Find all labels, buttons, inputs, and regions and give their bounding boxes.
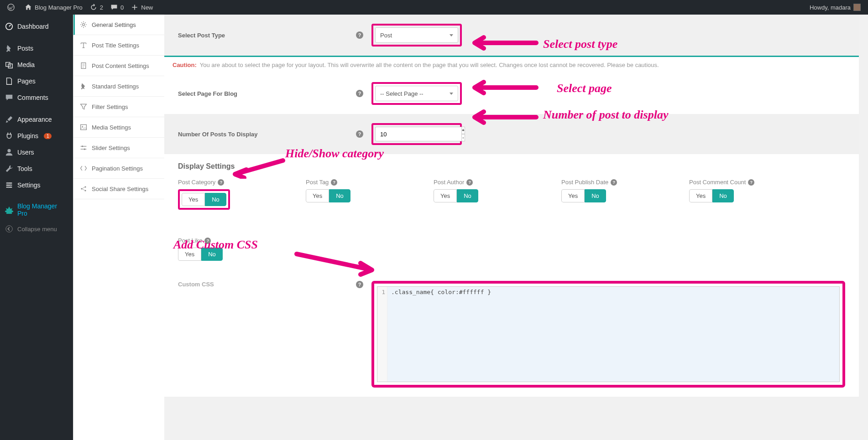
svg-point-15 <box>84 186 86 187</box>
toggle-yes[interactable]: Yes <box>306 189 329 202</box>
highlight-custom-css: 1 .class_name{ color:#ffffff } <box>371 281 845 388</box>
toggle-comment-count: YesNo <box>689 189 734 202</box>
toggle-no[interactable]: No <box>329 189 350 202</box>
comments-count: 0 <box>120 4 124 11</box>
sidebar-item-media[interactable]: Media <box>0 57 73 73</box>
sidebar-item-blogmanager[interactable]: Blog Manager Pro <box>0 199 73 221</box>
help-icon[interactable]: ? <box>356 281 363 288</box>
toggle-yes[interactable]: Yes <box>689 189 712 202</box>
toggle-no[interactable]: No <box>457 189 478 202</box>
tab-post-title[interactable]: Post Title Settings <box>73 35 164 56</box>
tab-pagination[interactable]: Pagination Settings <box>73 158 164 179</box>
title-icon <box>80 41 87 49</box>
tab-label: Slider Settings <box>92 145 130 151</box>
select-value: Post <box>380 32 392 39</box>
help-icon[interactable]: ? <box>466 179 473 186</box>
sidebar-item-plugins[interactable]: Plugins1 <box>0 128 73 144</box>
wrench-icon <box>5 164 14 173</box>
anno-select-page: Select page <box>557 82 612 95</box>
help-icon[interactable]: ? <box>356 90 363 97</box>
wp-admin-sidebar: Dashboard Posts Media Pages Comments App… <box>0 15 73 440</box>
cell-post-tag: Post Tag? YesNo <box>306 179 434 210</box>
help-icon[interactable]: ? <box>356 31 363 39</box>
tab-post-content[interactable]: Post Content Settings <box>73 56 164 76</box>
svg-point-14 <box>81 188 82 189</box>
select-page-for-blog[interactable]: -- Select Page -- <box>375 86 458 101</box>
collapse-menu[interactable]: Collapse menu <box>0 221 73 237</box>
help-icon[interactable]: ? <box>356 130 363 138</box>
highlight-num-posts: + - <box>371 123 462 145</box>
svg-point-7 <box>6 226 12 232</box>
sidebar-item-appearance[interactable]: Appearance <box>0 111 73 128</box>
sidebar-label: Users <box>17 149 34 156</box>
home-icon <box>25 4 32 11</box>
tab-social[interactable]: Social Share Settings <box>73 179 164 199</box>
highlight-select-page: -- Select Page -- <box>371 82 462 105</box>
site-title: Blog Manager Pro <box>35 4 83 11</box>
toggle-post-category: Yes No <box>182 193 226 206</box>
arrow-icon <box>292 249 379 277</box>
sidebar-item-tools[interactable]: Tools <box>0 160 73 177</box>
tab-media[interactable]: Media Settings <box>73 117 164 138</box>
help-icon[interactable]: ? <box>218 179 224 186</box>
toggle-no[interactable]: No <box>585 189 606 202</box>
help-icon[interactable]: ? <box>748 179 754 186</box>
toggle-post-tag: YesNo <box>306 189 350 202</box>
tab-label: General Settings <box>92 21 136 28</box>
svg-point-3 <box>7 149 10 152</box>
toggle-no[interactable]: No <box>712 189 734 202</box>
num-posts-input[interactable] <box>375 127 461 141</box>
label-num-posts: Number Of Posts To Display <box>178 131 356 138</box>
account-link[interactable]: Howdy, madara <box>806 0 864 15</box>
comments-link[interactable]: 0 <box>107 0 127 15</box>
wp-logo[interactable] <box>4 0 21 15</box>
anno-category: Hide/Show category <box>285 147 384 160</box>
anno-post-type: Select post type <box>543 37 617 51</box>
sidebar-label: Appearance <box>17 116 52 123</box>
svg-point-5 <box>10 184 12 186</box>
image-icon <box>80 124 87 131</box>
code-gutter: 1 <box>377 287 387 382</box>
sidebar-label: Dashboard <box>17 23 49 30</box>
toggle-yes[interactable]: Yes <box>561 189 585 202</box>
tab-slider[interactable]: Slider Settings <box>73 138 164 158</box>
cell-post-category: Post Category? Yes No <box>178 179 306 210</box>
admin-bar: Blog Manager Pro 2 0 New Howdy, madara <box>0 0 868 15</box>
spin-down-button[interactable]: - <box>461 134 465 141</box>
svg-point-2 <box>10 65 11 67</box>
collapse-icon <box>5 224 14 233</box>
tab-standard[interactable]: Standard Settings <box>73 76 164 97</box>
anno-num-posts: Number of post to display <box>543 108 671 122</box>
custom-css-editor[interactable]: 1 .class_name{ color:#ffffff } <box>377 286 840 382</box>
cell-comment-count: Post Comment Count? YesNo <box>689 179 817 210</box>
sidebar-item-settings[interactable]: Settings <box>0 177 73 193</box>
greeting: Howdy, madara <box>810 4 851 11</box>
sidebar-item-comments[interactable]: Comments <box>0 89 73 106</box>
spin-up-button[interactable]: + <box>461 127 465 134</box>
label-post-type: Select Post Type <box>178 32 356 39</box>
updates-link[interactable]: 2 <box>86 0 107 15</box>
tab-filter[interactable]: Filter Settings <box>73 97 164 117</box>
sidebar-item-pages[interactable]: Pages <box>0 73 73 89</box>
site-link[interactable]: Blog Manager Pro <box>21 0 86 15</box>
svg-point-8 <box>83 24 85 26</box>
display-settings-grid: Post Category? Yes No Post Tag? YesNo Po… <box>164 174 859 272</box>
toggle-post-date: YesNo <box>561 189 606 202</box>
select-post-type[interactable]: Post <box>375 27 458 43</box>
tab-general[interactable]: General Settings <box>73 15 164 35</box>
toggle-yes[interactable]: Yes <box>434 189 457 202</box>
help-icon[interactable]: ? <box>611 179 617 186</box>
toggle-no[interactable]: No <box>205 193 226 206</box>
updates-count: 2 <box>100 4 103 11</box>
sidebar-item-posts[interactable]: Posts <box>0 40 73 57</box>
plugins-badge: 1 <box>44 133 52 139</box>
sidebar-item-dashboard[interactable]: Dashboard <box>0 18 73 35</box>
new-link[interactable]: New <box>127 0 157 15</box>
toggle-yes[interactable]: Yes <box>182 193 205 206</box>
caution-label: Caution: <box>173 62 197 68</box>
help-icon[interactable]: ? <box>331 179 337 186</box>
cell-label-text: Post Category <box>178 179 215 186</box>
svg-point-16 <box>84 190 86 191</box>
brush-icon <box>5 115 14 124</box>
sidebar-item-users[interactable]: Users <box>0 144 73 160</box>
